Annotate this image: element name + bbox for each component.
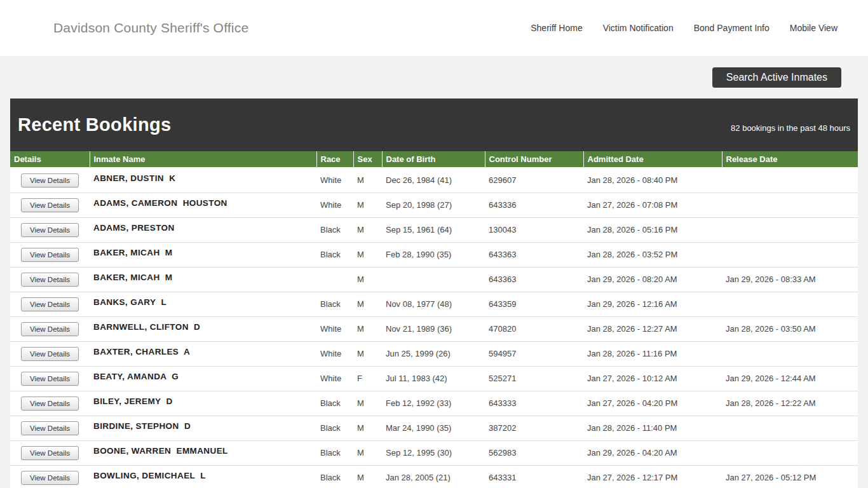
sex-cell: M <box>353 416 382 440</box>
inmate-name-cell: BAXTER, CHARLES A <box>90 341 316 366</box>
view-details-button[interactable]: View Details <box>21 248 79 262</box>
details-cell: View Details <box>10 267 90 292</box>
col-header-details: Details <box>10 151 90 168</box>
release-date-cell <box>722 341 858 366</box>
admitted-date-cell: Jan 28, 2026 - 11:16 PM <box>583 341 722 366</box>
control-number-cell: 130043 <box>485 217 583 242</box>
details-cell: View Details <box>10 440 90 465</box>
race-cell: White <box>316 341 353 366</box>
inmate-name-cell: ADAMS, PRESTON <box>90 217 316 242</box>
control-number-cell: 525271 <box>485 366 583 391</box>
table-row: View Details BANKS, GARY L Black M Nov 0… <box>10 292 858 316</box>
table-row: View Details BAKER, MICAH M Black M Feb … <box>10 242 858 267</box>
race-cell: Black <box>316 242 353 267</box>
release-date-cell: Jan 27, 2026 - 05:12 PM <box>722 465 858 488</box>
view-details-button[interactable]: View Details <box>21 297 79 311</box>
details-cell: View Details <box>10 168 90 193</box>
sex-cell: M <box>353 292 382 316</box>
nav-victim-notification[interactable]: Victim Notification <box>603 23 674 33</box>
release-date-cell: Jan 28, 2026 - 12:22 AM <box>722 391 858 416</box>
control-number-cell: 562983 <box>485 440 583 465</box>
bookings-banner: Recent Bookings 82 bookings in the past … <box>10 98 858 151</box>
sex-cell: M <box>353 341 382 366</box>
top-nav: Sheriff Home Victim Notification Bond Pa… <box>531 23 837 33</box>
admitted-date-cell: Jan 27, 2026 - 07:08 PM <box>583 193 722 217</box>
col-header-inmate-name: Inmate Name <box>90 151 316 168</box>
view-details-button[interactable]: View Details <box>21 396 79 410</box>
details-cell: View Details <box>10 193 90 217</box>
dob-cell: Mar 24, 1990 (35) <box>382 416 485 440</box>
control-number-cell: 643336 <box>485 193 583 217</box>
control-number-cell: 643363 <box>485 267 583 292</box>
race-cell: White <box>316 168 353 193</box>
view-details-button[interactable]: View Details <box>21 273 79 287</box>
search-active-inmates-button[interactable]: Search Active Inmates <box>712 67 841 88</box>
release-date-cell: Jan 29, 2026 - 12:44 AM <box>722 366 858 391</box>
control-number-cell: 629607 <box>485 168 583 193</box>
view-details-button[interactable]: View Details <box>21 372 79 386</box>
admitted-date-cell: Jan 28, 2026 - 08:40 PM <box>583 168 722 193</box>
nav-sheriff-home[interactable]: Sheriff Home <box>531 23 582 33</box>
inmate-name-cell: ADAMS, CAMERON HOUSTON <box>90 193 316 217</box>
view-details-button[interactable]: View Details <box>21 223 79 237</box>
nav-mobile-view[interactable]: Mobile View <box>790 23 837 33</box>
sex-cell: M <box>353 391 382 416</box>
nav-bond-payment-info[interactable]: Bond Payment Info <box>694 23 770 33</box>
race-cell: White <box>316 193 353 217</box>
view-details-button[interactable]: View Details <box>21 322 79 336</box>
dob-cell: Jan 28, 2005 (21) <box>382 465 485 488</box>
admitted-date-cell: Jan 29, 2026 - 04:20 AM <box>583 440 722 465</box>
race-cell: Black <box>316 440 353 465</box>
release-date-cell <box>722 440 858 465</box>
dob-cell: Dec 26, 1984 (41) <box>382 168 485 193</box>
table-row: View Details ABNER, DUSTIN K White M Dec… <box>10 168 858 193</box>
details-cell: View Details <box>10 217 90 242</box>
race-cell: Black <box>316 391 353 416</box>
sex-cell: M <box>353 440 382 465</box>
details-cell: View Details <box>10 465 90 488</box>
race-cell <box>316 267 353 292</box>
details-cell: View Details <box>10 366 90 391</box>
col-header-date-of-birth: Date of Birth <box>382 151 485 168</box>
dob-cell: Feb 28, 1990 (35) <box>382 242 485 267</box>
dob-cell: Sep 12, 1995 (30) <box>382 440 485 465</box>
release-date-cell <box>722 168 858 193</box>
view-details-button[interactable]: View Details <box>21 471 79 485</box>
col-header-release-date: Release Date <box>722 151 858 168</box>
view-details-button[interactable]: View Details <box>21 347 79 361</box>
admitted-date-cell: Jan 28, 2026 - 11:40 PM <box>583 416 722 440</box>
view-details-button[interactable]: View Details <box>21 198 79 212</box>
view-details-button[interactable]: View Details <box>21 446 79 460</box>
table-row: View Details BEATY, AMANDA G White F Jul… <box>10 366 858 391</box>
control-number-cell: 643331 <box>485 465 583 488</box>
control-number-cell: 643333 <box>485 391 583 416</box>
table-row: View Details BOONE, WARREN EMMANUEL Blac… <box>10 440 858 465</box>
details-cell: View Details <box>10 292 90 316</box>
release-date-cell <box>722 416 858 440</box>
details-cell: View Details <box>10 242 90 267</box>
col-header-race: Race <box>316 151 353 168</box>
details-cell: View Details <box>10 391 90 416</box>
site-title: Davidson County Sheriff's Office <box>53 20 248 36</box>
details-cell: View Details <box>10 416 90 440</box>
race-cell: Black <box>316 465 353 488</box>
view-details-button[interactable]: View Details <box>21 421 79 435</box>
table-row: View Details BIRDINE, STEPHON D Black M … <box>10 416 858 440</box>
control-number-cell: 643359 <box>485 292 583 316</box>
dob-cell: Nov 21, 1989 (36) <box>382 316 485 341</box>
race-cell: White <box>316 316 353 341</box>
sex-cell: M <box>353 267 382 292</box>
inmate-name-cell: BOONE, WARREN EMMANUEL <box>90 440 316 465</box>
control-number-cell: 470820 <box>485 316 583 341</box>
sex-cell: M <box>353 316 382 341</box>
dob-cell: Jun 25, 1999 (26) <box>382 341 485 366</box>
race-cell: Black <box>316 292 353 316</box>
release-date-cell <box>722 193 858 217</box>
admitted-date-cell: Jan 28, 2026 - 05:16 PM <box>583 217 722 242</box>
view-details-button[interactable]: View Details <box>21 173 79 187</box>
inmate-name-cell: BIRDINE, STEPHON D <box>90 416 316 440</box>
page-title: Recent Bookings <box>18 114 171 135</box>
admitted-date-cell: Jan 28, 2026 - 03:52 PM <box>583 242 722 267</box>
admitted-date-cell: Jan 27, 2026 - 12:17 PM <box>583 465 722 488</box>
release-date-cell: Jan 28, 2026 - 03:50 AM <box>722 316 858 341</box>
